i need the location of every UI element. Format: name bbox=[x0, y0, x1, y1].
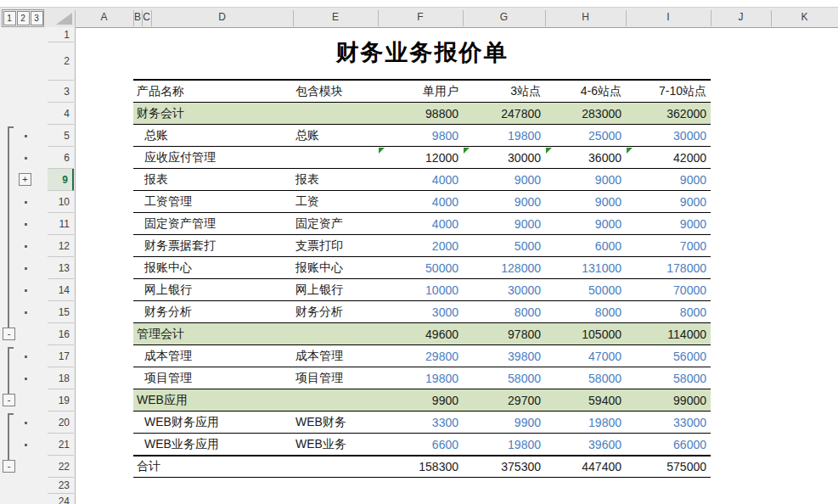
column-header-I[interactable]: I bbox=[626, 8, 711, 26]
cell-price[interactable]: 9000 bbox=[626, 169, 711, 190]
row-header-4[interactable]: 4 bbox=[48, 103, 74, 125]
column-header-D[interactable]: D bbox=[151, 8, 293, 26]
expand-button-row-9[interactable]: + bbox=[19, 173, 31, 186]
cell-price[interactable]: 114000 bbox=[626, 323, 711, 344]
cell-price[interactable]: 50000 bbox=[545, 279, 626, 300]
cell-product-name[interactable]: 管理会计 bbox=[133, 323, 293, 344]
cell-product-name[interactable]: 总账 bbox=[133, 125, 293, 146]
cell-price[interactable]: 10000 bbox=[378, 279, 463, 300]
cell-price[interactable]: 19800 bbox=[545, 412, 626, 433]
cell-price[interactable]: 9000 bbox=[463, 191, 545, 212]
outline-level-button-1[interactable]: 1 bbox=[3, 11, 16, 25]
cell-price[interactable]: 105000 bbox=[545, 323, 626, 344]
cell-price[interactable]: 8000 bbox=[626, 301, 711, 322]
row-header-6[interactable]: 6 bbox=[48, 147, 74, 169]
cell-price[interactable]: 9000 bbox=[545, 191, 626, 212]
table-row[interactable]: 财务票据套打支票打印2000500060007000 bbox=[133, 235, 711, 257]
cell-price[interactable]: 58000 bbox=[626, 367, 711, 389]
header-7-10-site[interactable]: 7-10站点 bbox=[626, 81, 711, 102]
cell-module[interactable]: 报表 bbox=[293, 169, 378, 190]
row-header-17[interactable]: 17 bbox=[48, 345, 74, 367]
cell-price[interactable]: 29800 bbox=[378, 345, 463, 367]
column-header-C[interactable]: C bbox=[142, 8, 151, 26]
table-row[interactable]: 财务分析财务分析3000800080008000 bbox=[133, 301, 711, 323]
cell-price[interactable]: 9000 bbox=[626, 191, 711, 212]
row-header-18[interactable]: 18 bbox=[48, 367, 74, 389]
table-row[interactable]: WEB业务应用WEB业务6600198003960066000 bbox=[133, 434, 711, 456]
cell-product-name[interactable]: 网上银行 bbox=[133, 279, 293, 300]
cell-price[interactable]: 19800 bbox=[463, 125, 545, 146]
cell-module[interactable]: 固定资产 bbox=[293, 213, 378, 234]
row-header-9[interactable]: 9 bbox=[48, 169, 74, 191]
table-row[interactable]: 总账总账9800198002500030000 bbox=[133, 125, 711, 147]
cell-price[interactable]: 5000 bbox=[463, 235, 545, 256]
cell-product-name[interactable]: 成本管理 bbox=[133, 345, 293, 367]
outline-level-button-2[interactable]: 2 bbox=[17, 11, 30, 25]
cell-product-name[interactable]: 固定资产管理 bbox=[133, 213, 293, 234]
cell-product-name[interactable]: 财务会计 bbox=[133, 103, 293, 124]
collapse-button-row-19[interactable]: - bbox=[3, 394, 15, 406]
cell-module[interactable]: 工资 bbox=[293, 191, 378, 212]
cell-price[interactable]: 8000 bbox=[545, 301, 626, 322]
cell-price[interactable]: 12000 bbox=[378, 147, 463, 168]
cell-product-name[interactable]: 财务分析 bbox=[133, 301, 293, 322]
cell-module[interactable]: 项目管理 bbox=[293, 367, 378, 389]
cell-price[interactable]: 158300 bbox=[378, 456, 463, 477]
cell-product-name[interactable]: 报账中心 bbox=[133, 257, 293, 278]
column-header-F[interactable]: F bbox=[378, 8, 463, 26]
cell-price[interactable]: 39800 bbox=[463, 345, 545, 367]
cell-price[interactable]: 25000 bbox=[545, 125, 626, 146]
cell-price[interactable]: 7000 bbox=[626, 235, 711, 256]
header-single-user[interactable]: 单用户 bbox=[378, 81, 463, 102]
cell-module[interactable]: 支票打印 bbox=[293, 235, 378, 256]
table-row[interactable]: 管理会计4960097800105000114000 bbox=[133, 323, 711, 345]
cell-price[interactable]: 9000 bbox=[545, 213, 626, 234]
table-row[interactable]: 报表报表4000900090009000 bbox=[133, 169, 711, 191]
sheet-title-cell[interactable]: 财务业务报价单 bbox=[133, 38, 711, 67]
row-header-14[interactable]: 14 bbox=[48, 279, 74, 301]
cell-product-name[interactable]: 项目管理 bbox=[133, 367, 293, 389]
cell-price[interactable]: 19800 bbox=[463, 434, 545, 455]
row-header-12[interactable]: 12 bbox=[48, 235, 74, 257]
cell-price[interactable]: 56000 bbox=[626, 345, 711, 367]
row-header-20[interactable]: 20 bbox=[48, 412, 74, 434]
table-row[interactable]: 固定资产管理固定资产4000900090009000 bbox=[133, 213, 711, 235]
column-header-K[interactable]: K bbox=[771, 8, 838, 26]
cell-price[interactable]: 575000 bbox=[626, 456, 711, 477]
cell-price[interactable]: 9000 bbox=[545, 169, 626, 190]
row-header-1[interactable]: 1 bbox=[48, 28, 74, 42]
header-4-6-site[interactable]: 4-6站点 bbox=[545, 81, 626, 102]
row-header-16[interactable]: 16 bbox=[48, 323, 74, 345]
cell-price[interactable]: 131000 bbox=[545, 257, 626, 278]
row-header-21[interactable]: 21 bbox=[48, 434, 74, 456]
cell-price[interactable]: 3000 bbox=[378, 301, 463, 322]
cell-price[interactable]: 3300 bbox=[378, 412, 463, 433]
row-header-22[interactable]: 22 bbox=[48, 456, 74, 478]
cell-module[interactable]: 报账中心 bbox=[293, 257, 378, 278]
cell-price[interactable]: 247800 bbox=[463, 103, 545, 124]
cell-price[interactable]: 375300 bbox=[463, 456, 545, 477]
cell-product-name[interactable]: WEB财务应用 bbox=[133, 412, 293, 433]
cell-price[interactable]: 2000 bbox=[378, 235, 463, 256]
cell-price[interactable]: 6000 bbox=[545, 235, 626, 256]
table-row[interactable]: 应收应付管理12000300003600042000 bbox=[133, 147, 711, 169]
cell-price[interactable]: 178000 bbox=[626, 257, 711, 278]
cell-product-name[interactable]: 合计 bbox=[133, 456, 293, 477]
cell-price[interactable]: 30000 bbox=[463, 279, 545, 300]
cell-product-name[interactable]: 财务票据套打 bbox=[133, 235, 293, 256]
table-row[interactable]: 网上银行网上银行10000300005000070000 bbox=[133, 279, 711, 301]
row-header-13[interactable]: 13 bbox=[48, 257, 74, 279]
column-header-A[interactable]: A bbox=[75, 8, 133, 26]
cell-price[interactable]: 99000 bbox=[626, 389, 711, 411]
cell-price[interactable]: 30000 bbox=[626, 125, 711, 146]
row-header-19[interactable]: 19 bbox=[48, 389, 74, 412]
cell-price[interactable]: 128000 bbox=[463, 257, 545, 278]
table-row[interactable]: 工资管理工资4000900090009000 bbox=[133, 191, 711, 213]
cell-price[interactable]: 97800 bbox=[463, 323, 545, 344]
row-header-10[interactable]: 10 bbox=[48, 191, 74, 213]
cell-product-name[interactable]: WEB业务应用 bbox=[133, 434, 293, 455]
table-row[interactable]: 合计158300375300447400575000 bbox=[133, 456, 711, 478]
cell-price[interactable]: 283000 bbox=[545, 103, 626, 124]
cell-price[interactable]: 47000 bbox=[545, 345, 626, 367]
cell-product-name[interactable]: 应收应付管理 bbox=[133, 147, 293, 168]
